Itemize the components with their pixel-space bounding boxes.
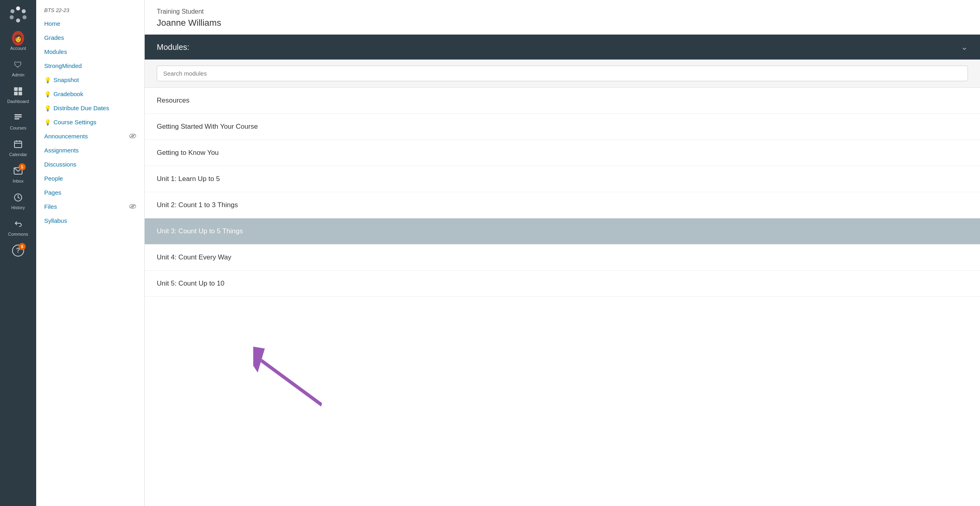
nav-link-pages[interactable]: Pages [36, 185, 144, 200]
main-content: Training Student Joanne Williams Modules… [145, 0, 980, 506]
nav-item-dashboard[interactable]: Dashboard [0, 81, 36, 108]
courses-icon [12, 112, 24, 124]
announcements-label: Announcements [44, 133, 88, 140]
nav-item-history[interactable]: History [0, 187, 36, 214]
user-header: Training Student Joanne Williams [145, 0, 980, 35]
inbox-badge: 5 [18, 163, 26, 171]
strongminded-label: StrongMinded [44, 62, 82, 69]
course-nav: BTS 22-23 Home Grades Modules StrongMind… [36, 0, 145, 506]
nav-item-calendar[interactable]: Calendar [0, 134, 36, 161]
module-item-label: Unit 1: Learn Up to 5 [157, 175, 220, 183]
grades-label: Grades [44, 34, 64, 41]
nav-link-files[interactable]: Files [36, 200, 144, 214]
nav-link-home[interactable]: Home [36, 16, 144, 31]
nav-item-inbox[interactable]: 5 Inbox [0, 161, 36, 187]
svg-rect-13 [14, 141, 22, 148]
module-item-resources[interactable]: Resources [145, 88, 980, 114]
svg-rect-12 [14, 118, 19, 119]
svg-point-2 [23, 15, 27, 19]
distribute-label: Distribute Due Dates [53, 105, 109, 111]
search-modules-input[interactable] [157, 66, 968, 81]
inbox-icon: 5 [12, 165, 24, 177]
svg-rect-10 [14, 114, 22, 115]
snapshot-bulb-icon: 💡 [44, 77, 51, 83]
nav-link-syllabus[interactable]: Syllabus [36, 214, 144, 228]
calendar-icon [12, 138, 24, 150]
nav-link-grades[interactable]: Grades [36, 31, 144, 45]
nav-link-snapshot[interactable]: 💡 Snapshot [36, 73, 144, 87]
module-item-getting-to-know[interactable]: Getting to Know You [145, 140, 980, 166]
syllabus-label: Syllabus [44, 217, 67, 224]
module-item-unit2[interactable]: Unit 2: Count 1 to 3 Things [145, 192, 980, 218]
nav-link-discussions[interactable]: Discussions [36, 157, 144, 171]
pages-label: Pages [44, 189, 62, 196]
people-label: People [44, 175, 63, 182]
nav-item-commons[interactable]: Commons [0, 214, 36, 241]
nav-label-courses: Courses [10, 125, 27, 130]
module-item-label: Unit 4: Count Every Way [157, 253, 232, 261]
modules-title: Modules: [157, 43, 189, 52]
nav-link-people[interactable]: People [36, 171, 144, 185]
svg-point-3 [16, 19, 20, 23]
nav-label-dashboard: Dashboard [7, 99, 29, 104]
student-label: Training Student [157, 8, 968, 15]
module-item-label: Resources [157, 97, 189, 104]
global-nav: 👩 Account 🛡 Admin Dashboard Courses Cale… [0, 0, 36, 506]
nav-item-admin[interactable]: 🛡 Admin [0, 55, 36, 81]
nav-item-help[interactable]: ? 8 [0, 241, 36, 261]
module-item-getting-started[interactable]: Getting Started With Your Course [145, 114, 980, 140]
svg-rect-9 [18, 92, 22, 95]
nav-link-gradebook[interactable]: 💡 Gradebook [36, 87, 144, 101]
assignments-label: Assignments [44, 147, 79, 154]
nav-label-history: History [11, 205, 25, 210]
history-icon [12, 191, 24, 204]
module-item-label: Unit 2: Count 1 to 3 Things [157, 201, 238, 209]
modules-header: Modules: ⌄ [145, 35, 980, 60]
modules-chevron-icon[interactable]: ⌄ [961, 42, 968, 52]
svg-point-0 [16, 6, 20, 10]
nav-label-calendar: Calendar [9, 152, 27, 157]
svg-point-1 [22, 9, 26, 13]
svg-rect-6 [14, 87, 18, 91]
home-label: Home [44, 20, 60, 27]
course-settings-label: Course Settings [53, 119, 96, 125]
help-badge: 8 [18, 243, 26, 250]
canvas-logo[interactable] [8, 4, 28, 24]
nav-label-commons: Commons [8, 232, 28, 237]
commons-icon [12, 218, 24, 230]
discussions-label: Discussions [44, 161, 76, 168]
nav-link-course-settings[interactable]: 💡 Course Settings [36, 115, 144, 129]
module-item-label: Getting to Know You [157, 149, 219, 156]
nav-link-modules[interactable]: Modules [36, 45, 144, 59]
nav-link-strongminded[interactable]: StrongMinded [36, 59, 144, 73]
nav-link-announcements[interactable]: Announcements [36, 129, 144, 143]
nav-item-courses[interactable]: Courses [0, 108, 36, 134]
module-item-unit4[interactable]: Unit 4: Count Every Way [145, 245, 980, 271]
svg-point-5 [10, 9, 14, 13]
module-item-unit5[interactable]: Unit 5: Count Up to 10 [145, 271, 980, 297]
gradebook-bulb-icon: 💡 [44, 91, 51, 97]
svg-rect-7 [18, 87, 22, 91]
files-label: Files [44, 203, 57, 210]
nav-link-assignments[interactable]: Assignments [36, 143, 144, 157]
course-title: BTS 22-23 [36, 0, 144, 16]
main-wrapper: Training Student Joanne Williams Modules… [145, 0, 980, 506]
module-item-unit3[interactable]: Unit 3: Count Up to 5 Things [145, 218, 980, 245]
svg-point-4 [10, 15, 14, 19]
nav-link-distribute[interactable]: 💡 Distribute Due Dates [36, 101, 144, 115]
dashboard-icon [12, 85, 24, 97]
module-list: Resources Getting Started With Your Cour… [145, 88, 980, 297]
distribute-bulb-icon: 💡 [44, 105, 51, 111]
snapshot-label: Snapshot [53, 76, 79, 83]
nav-item-account[interactable]: 👩 Account [0, 28, 36, 55]
nav-label-account: Account [10, 46, 26, 51]
account-avatar: 👩 [12, 32, 24, 44]
search-bar-area [145, 60, 980, 88]
modules-label: Modules [44, 48, 67, 55]
teacher-name: Joanne Williams [157, 18, 968, 28]
help-icon: ? 8 [12, 245, 24, 257]
nav-label-admin: Admin [12, 72, 24, 77]
module-item-unit1[interactable]: Unit 1: Learn Up to 5 [145, 166, 980, 192]
module-item-label: Unit 5: Count Up to 10 [157, 280, 224, 287]
gradebook-label: Gradebook [53, 91, 83, 97]
